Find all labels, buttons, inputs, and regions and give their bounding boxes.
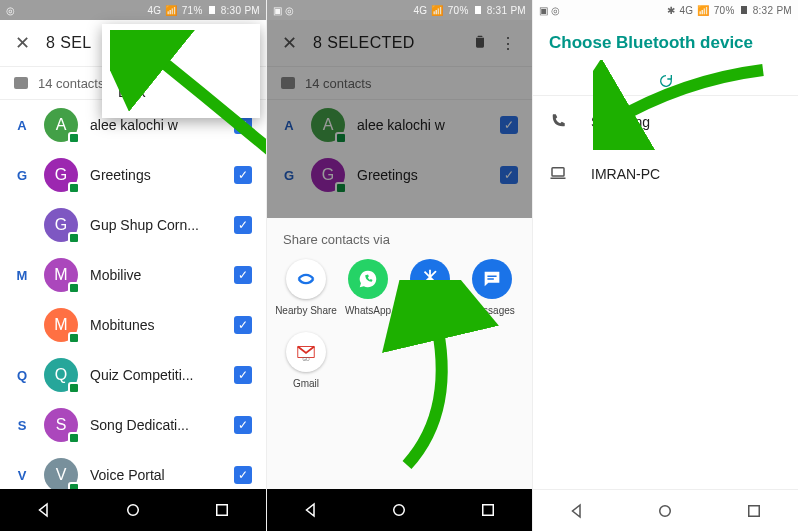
- battery-label: 71%: [182, 5, 203, 16]
- contact-row[interactable]: GGGreetings✓: [0, 150, 266, 200]
- nav-home-icon[interactable]: [656, 502, 674, 520]
- signal-icon: 📶: [431, 5, 443, 16]
- svg-rect-9: [741, 6, 747, 14]
- network-label: 4G: [679, 5, 693, 16]
- share-target-label: Messages: [469, 305, 515, 316]
- contact-row[interactable]: QQQuiz Competiti...✓: [0, 350, 266, 400]
- contacts-list: AAalee kalochi w✓GGGreetings✓: [267, 100, 532, 218]
- share-target-gmail[interactable]: GOGmail: [275, 332, 337, 389]
- refresh-button[interactable]: [533, 66, 798, 96]
- svg-rect-4: [475, 6, 481, 14]
- sim-badge-icon: [68, 432, 80, 444]
- share-grid: Nearby ShareWhatsAppBluetoothMessagesGOG…: [275, 259, 524, 405]
- nav-home-icon[interactable]: [390, 501, 408, 519]
- sim-badge-icon: [68, 282, 80, 294]
- section-letter: G: [0, 168, 44, 183]
- svg-rect-8: [483, 505, 494, 516]
- contact-name: Voice Portal: [90, 467, 234, 483]
- android-nav-bar: [0, 489, 266, 531]
- cast-icon: ◎: [6, 5, 15, 16]
- contact-name: Song Dedicati...: [90, 417, 234, 433]
- share-target-nearby[interactable]: Nearby Share: [275, 259, 337, 316]
- nav-home-icon[interactable]: [124, 501, 142, 519]
- status-bar: ◎ 4G 📶 71% 8:30 PM: [0, 0, 266, 20]
- nav-back-icon[interactable]: [35, 501, 53, 519]
- bluetooth-device-row[interactable]: IMRAN-PC: [533, 148, 798, 200]
- checkbox-icon[interactable]: ✓: [234, 166, 252, 184]
- nav-recent-icon[interactable]: [745, 502, 763, 520]
- overflow-menu: Share Link: [102, 24, 260, 118]
- bluetooth-device-row[interactable]: Samsung: [533, 96, 798, 148]
- bluetooth-icon: ✱: [667, 5, 675, 16]
- svg-rect-12: [749, 505, 760, 516]
- status-bar: ▣ ◎ ✱ 4G 📶 70% 8:32 PM: [533, 0, 798, 20]
- sim-badge-icon: [335, 182, 347, 194]
- nav-back-icon[interactable]: [302, 501, 320, 519]
- checkbox-icon[interactable]: ✓: [234, 416, 252, 434]
- battery-label: 70%: [714, 5, 735, 16]
- screenshot-icon: ▣: [539, 5, 548, 16]
- checkbox-icon[interactable]: ✓: [500, 166, 518, 184]
- contact-row[interactable]: MMMobilive✓: [0, 250, 266, 300]
- status-bar: ▣ ◎ 4G 📶 70% 8:31 PM: [267, 0, 532, 20]
- share-target-label: Bluetooth: [409, 305, 451, 316]
- share-target-label: WhatsApp: [345, 305, 391, 316]
- nav-recent-icon[interactable]: [213, 501, 231, 519]
- appbar-title: 8 SEL: [46, 34, 92, 52]
- section-letter: Q: [0, 368, 44, 383]
- checkbox-icon[interactable]: ✓: [234, 116, 252, 134]
- contact-name: Gup Shup Corn...: [90, 217, 234, 233]
- contact-avatar: M: [44, 258, 78, 292]
- sim-badge-icon: [68, 232, 80, 244]
- svg-point-7: [394, 505, 405, 516]
- gmail-icon: GO: [286, 332, 326, 372]
- contact-row[interactable]: MMobitunes✓: [0, 300, 266, 350]
- checkbox-icon[interactable]: ✓: [234, 366, 252, 384]
- contacts-list[interactable]: AAalee kalochi w✓GGGreetings✓GGup Shup C…: [0, 100, 266, 500]
- share-target-label: Nearby Share: [275, 305, 337, 316]
- contact-name: alee kalochi w: [357, 117, 500, 133]
- close-icon[interactable]: ✕: [10, 32, 34, 54]
- bluetooth-chooser-title: Choose Bluetooth device: [533, 20, 798, 66]
- menu-item-share[interactable]: Share: [102, 30, 260, 71]
- laptop-icon: [549, 164, 571, 185]
- section-letter: A: [0, 118, 44, 133]
- contacts-count-label: 14 contacts: [305, 76, 372, 91]
- checkbox-icon[interactable]: ✓: [234, 466, 252, 484]
- contact-name: alee kalochi w: [90, 117, 234, 133]
- contact-row[interactable]: SSSong Dedicati...✓: [0, 400, 266, 450]
- contact-avatar: Q: [44, 358, 78, 392]
- nav-back-icon[interactable]: [568, 502, 586, 520]
- app-bar: ✕ 8 SELECTED ⋮: [267, 20, 532, 66]
- contact-row[interactable]: AAalee kalochi w✓: [267, 100, 532, 150]
- battery-label: 70%: [448, 5, 469, 16]
- checkbox-icon[interactable]: ✓: [234, 316, 252, 334]
- svg-rect-5: [281, 77, 295, 89]
- overflow-icon[interactable]: ⋮: [494, 34, 522, 53]
- svg-point-11: [660, 505, 671, 516]
- close-icon[interactable]: ✕: [277, 32, 301, 54]
- battery-icon: [207, 5, 217, 15]
- cast-icon: ◎: [551, 5, 560, 16]
- contact-name: Greetings: [357, 167, 500, 183]
- contact-avatar: A: [44, 108, 78, 142]
- menu-item-link[interactable]: Link: [102, 71, 260, 112]
- checkbox-icon[interactable]: ✓: [234, 266, 252, 284]
- sim-icon: [14, 77, 28, 89]
- nav-recent-icon[interactable]: [479, 501, 497, 519]
- sim-badge-icon: [68, 382, 80, 394]
- checkbox-icon[interactable]: ✓: [234, 216, 252, 234]
- contact-name: Quiz Competiti...: [90, 367, 234, 383]
- cast-icon: ◎: [285, 5, 294, 16]
- share-target-messages[interactable]: Messages: [461, 259, 523, 316]
- sim-badge-icon: [68, 332, 80, 344]
- share-target-bluetooth[interactable]: Bluetooth: [399, 259, 461, 316]
- share-target-whatsapp[interactable]: WhatsApp: [337, 259, 399, 316]
- clock-label: 8:30 PM: [221, 5, 260, 16]
- checkbox-icon[interactable]: ✓: [500, 116, 518, 134]
- contact-row[interactable]: GGGreetings✓: [267, 150, 532, 200]
- clock-label: 8:31 PM: [487, 5, 526, 16]
- contact-row[interactable]: GGup Shup Corn...✓: [0, 200, 266, 250]
- sim-badge-icon: [68, 132, 80, 144]
- delete-icon[interactable]: [466, 33, 494, 53]
